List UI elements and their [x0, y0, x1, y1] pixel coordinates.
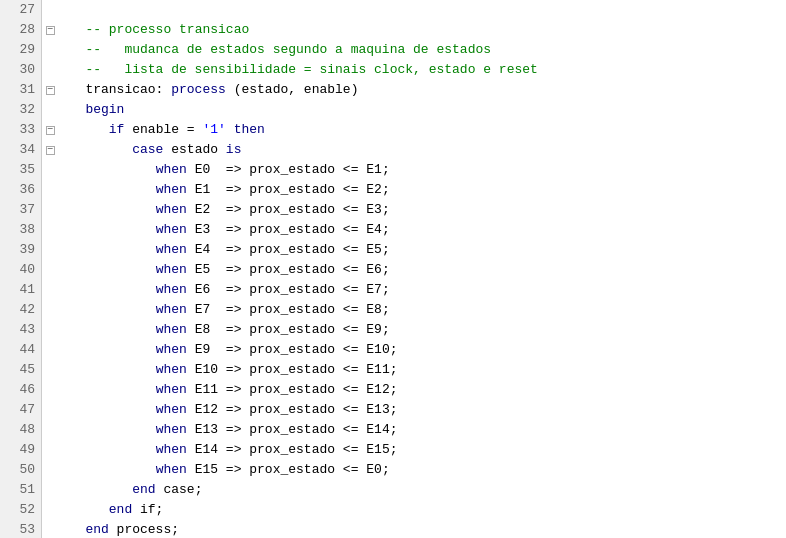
code-line: begin: [42, 100, 786, 120]
code-text: end process;: [58, 520, 179, 538]
code-line: when E9 => prox_estado <= E10;: [42, 340, 786, 360]
code-line: when E1 => prox_estado <= E2;: [42, 180, 786, 200]
line-number: 32: [0, 100, 41, 120]
code-text: when E14 => prox_estado <= E15;: [58, 440, 397, 460]
code-text: case estado is: [58, 140, 241, 160]
code-text: if enable = '1' then: [58, 120, 265, 140]
line-number: 27: [0, 0, 41, 20]
code-text: when E5 => prox_estado <= E6;: [58, 260, 390, 280]
line-number: 40: [0, 260, 41, 280]
code-line: when E10 => prox_estado <= E11;: [42, 360, 786, 380]
line-number: 34: [0, 140, 41, 160]
code-line: -- lista de sensibilidade = sinais clock…: [42, 60, 786, 80]
line-number: 43: [0, 320, 41, 340]
code-text: when E15 => prox_estado <= E0;: [58, 460, 390, 480]
code-text: end if;: [58, 500, 163, 520]
code-line: end if;: [42, 500, 786, 520]
code-line: case estado is: [42, 140, 786, 160]
code-text: when E10 => prox_estado <= E11;: [58, 360, 397, 380]
fold-gutter: [42, 146, 58, 155]
code-line: if enable = '1' then: [42, 120, 786, 140]
code-text: when E9 => prox_estado <= E10;: [58, 340, 397, 360]
fold-icon[interactable]: [46, 126, 55, 135]
line-number: 30: [0, 60, 41, 80]
line-number: 49: [0, 440, 41, 460]
code-line: transicao: process (estado, enable): [42, 80, 786, 100]
code-text: when E7 => prox_estado <= E8;: [58, 300, 390, 320]
code-text: -- processo transicao: [58, 20, 249, 40]
code-text: end case;: [58, 480, 202, 500]
fold-gutter: [42, 86, 58, 95]
line-number: 36: [0, 180, 41, 200]
code-text: transicao: process (estado, enable): [58, 80, 358, 100]
code-line: when E15 => prox_estado <= E0;: [42, 460, 786, 480]
code-line: -- mudanca de estados segundo a maquina …: [42, 40, 786, 60]
line-number-gutter: 2728293031323334353637383940414243444546…: [0, 0, 42, 538]
code-line: when E0 => prox_estado <= E1;: [42, 160, 786, 180]
code-text: when E2 => prox_estado <= E3;: [58, 200, 390, 220]
code-text: when E4 => prox_estado <= E5;: [58, 240, 390, 260]
code-text: when E12 => prox_estado <= E13;: [58, 400, 397, 420]
code-editor: 2728293031323334353637383940414243444546…: [0, 0, 786, 538]
code-line: when E5 => prox_estado <= E6;: [42, 260, 786, 280]
line-number: 53: [0, 520, 41, 538]
line-number: 44: [0, 340, 41, 360]
code-text: when E11 => prox_estado <= E12;: [58, 380, 397, 400]
code-line: when E4 => prox_estado <= E5;: [42, 240, 786, 260]
code-line: when E6 => prox_estado <= E7;: [42, 280, 786, 300]
line-number: 51: [0, 480, 41, 500]
code-line: -- processo transicao: [42, 20, 786, 40]
code-line: when E3 => prox_estado <= E4;: [42, 220, 786, 240]
fold-gutter: [42, 26, 58, 35]
fold-icon[interactable]: [46, 86, 55, 95]
code-text: -- mudanca de estados segundo a maquina …: [58, 40, 491, 60]
code-line: when E12 => prox_estado <= E13;: [42, 400, 786, 420]
code-text: begin: [58, 100, 124, 120]
line-number: 42: [0, 300, 41, 320]
code-line: when E2 => prox_estado <= E3;: [42, 200, 786, 220]
code-line: end case;: [42, 480, 786, 500]
code-line: when E14 => prox_estado <= E15;: [42, 440, 786, 460]
code-text: when E8 => prox_estado <= E9;: [58, 320, 390, 340]
line-number: 46: [0, 380, 41, 400]
code-text: when E13 => prox_estado <= E14;: [58, 420, 397, 440]
line-number: 47: [0, 400, 41, 420]
fold-icon[interactable]: [46, 26, 55, 35]
fold-icon[interactable]: [46, 146, 55, 155]
code-text: when E6 => prox_estado <= E7;: [58, 280, 390, 300]
line-number: 48: [0, 420, 41, 440]
line-number: 28: [0, 20, 41, 40]
line-number: 38: [0, 220, 41, 240]
code-line: when E8 => prox_estado <= E9;: [42, 320, 786, 340]
line-number: 29: [0, 40, 41, 60]
fold-gutter: [42, 126, 58, 135]
line-number: 35: [0, 160, 41, 180]
code-content-area[interactable]: -- processo transicao -- mudanca de esta…: [42, 0, 786, 538]
line-number: 33: [0, 120, 41, 140]
code-line: when E13 => prox_estado <= E14;: [42, 420, 786, 440]
code-line: when E11 => prox_estado <= E12;: [42, 380, 786, 400]
line-number: 39: [0, 240, 41, 260]
line-number: 52: [0, 500, 41, 520]
code-text: when E3 => prox_estado <= E4;: [58, 220, 390, 240]
code-text: when E1 => prox_estado <= E2;: [58, 180, 390, 200]
code-line: end process;: [42, 520, 786, 538]
line-number: 50: [0, 460, 41, 480]
line-number: 31: [0, 80, 41, 100]
line-number: 41: [0, 280, 41, 300]
code-text: -- lista de sensibilidade = sinais clock…: [58, 60, 538, 80]
code-line: when E7 => prox_estado <= E8;: [42, 300, 786, 320]
code-line: [42, 0, 786, 20]
line-number: 45: [0, 360, 41, 380]
line-number: 37: [0, 200, 41, 220]
code-text: when E0 => prox_estado <= E1;: [58, 160, 390, 180]
